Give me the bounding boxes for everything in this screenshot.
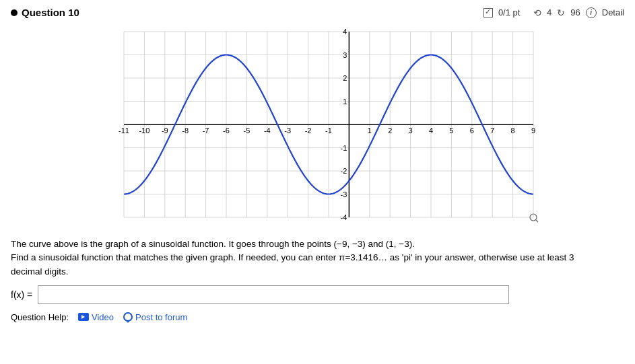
help-label: Question Help:	[11, 312, 69, 322]
forum-label: Post to forum	[135, 312, 187, 322]
desc-line1: The curve above is the graph of a sinuso…	[11, 239, 415, 249]
question-number: Question 10	[22, 7, 79, 18]
video-label: Video	[92, 312, 114, 322]
graph-area	[89, 22, 547, 231]
score-area: 0/1 pt ⟲ 4 ↻ 96 i Detail	[483, 7, 624, 18]
detail-label[interactable]: Detail	[602, 7, 624, 17]
history-count: 4	[547, 7, 552, 17]
question-title: Question 10	[11, 7, 79, 18]
function-row: f(x) =	[11, 285, 624, 304]
function-label: f(x) =	[11, 289, 32, 300]
forum-icon	[123, 312, 133, 322]
forum-link[interactable]: Post to forum	[123, 312, 187, 322]
undo-icon[interactable]: ⟲	[533, 7, 541, 18]
checkbox-icon	[483, 8, 493, 17]
desc-line2: Find a sinusoidal function that matches …	[11, 252, 574, 276]
redo-icon[interactable]: ↻	[557, 7, 565, 18]
redo-count: 96	[570, 7, 580, 17]
info-icon[interactable]: i	[586, 7, 597, 18]
function-input[interactable]	[38, 285, 509, 304]
video-link[interactable]: Video	[78, 312, 114, 322]
score-display: 0/1 pt	[498, 7, 521, 17]
question-help: Question Help: Video Post to forum	[11, 312, 624, 322]
bullet-icon	[11, 9, 18, 16]
question-description: The curve above is the graph of a sinuso…	[11, 238, 590, 279]
video-icon	[78, 313, 89, 321]
question-header: Question 10 0/1 pt ⟲ 4 ↻ 96 i Detail	[11, 7, 624, 18]
